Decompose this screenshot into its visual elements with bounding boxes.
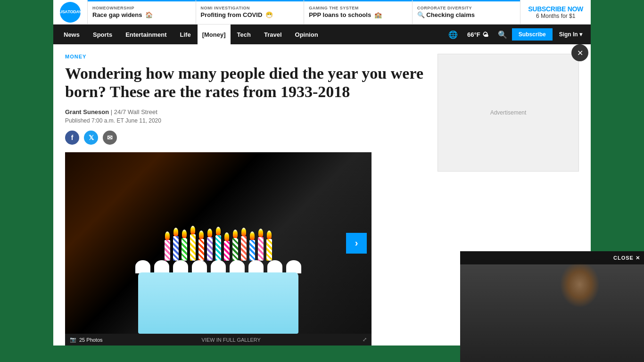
nav-bar: News Sports Entertainment Life Money Tec… (53, 25, 591, 44)
nav-item-life[interactable]: Life (173, 25, 198, 44)
expand-icon[interactable]: ⤢ (363, 337, 367, 343)
swirl-7 (248, 260, 264, 273)
candle-2 (173, 236, 179, 261)
main-column: MONEY Wondering how many people died the… (65, 54, 428, 346)
image-caption-bar: 📷 25 Photos VIEW IN FULL GALLERY ⤢ (65, 334, 372, 346)
promo-tag-homeownership: HOMEOWNERSHIP (92, 6, 191, 10)
flame-6 (207, 229, 212, 237)
twitter-share-button[interactable]: 𝕏 (84, 131, 98, 145)
candle-13 (266, 239, 272, 261)
subscribe-button[interactable]: Subscribe (512, 28, 553, 41)
nav-item-opinion[interactable]: Opinion (289, 25, 325, 44)
swirl-6 (230, 260, 245, 273)
close-ad-button[interactable]: ✕ (571, 44, 588, 61)
homeownership-emoji: 🏠 (145, 11, 153, 18)
accent-bar-diversity (413, 0, 520, 1)
candle-11 (249, 240, 255, 261)
nav-item-money[interactable]: Money (198, 25, 231, 44)
nav-right: 🌐 66°F 🌤 🔍 Subscribe Sign In ▾ (446, 28, 587, 41)
temperature: 66°F (467, 31, 480, 38)
candle-7 (215, 235, 221, 261)
article-image: › (65, 152, 372, 334)
nav-item-news[interactable]: News (57, 25, 86, 44)
video-thumbnail[interactable] (460, 251, 644, 346)
weather-display: 66°F 🌤 (462, 31, 493, 38)
ad-label: Advertisement (490, 109, 527, 116)
facebook-share-button[interactable]: f (65, 131, 79, 145)
search-icon[interactable]: 🔍 (495, 30, 510, 39)
nav-item-tech[interactable]: Tech (231, 25, 257, 44)
swirl-9 (286, 260, 301, 273)
logo-area[interactable]: USA TODAY (53, 0, 87, 24)
flame-3 (182, 230, 187, 238)
article-byline: Grant Suneson | 24/7 Wall Street (65, 108, 428, 115)
usa-today-logo: USA TODAY (60, 2, 81, 23)
nomi-emoji: 😷 (265, 11, 273, 18)
promo-item-homeownership[interactable]: HOMEOWNERSHIP Race gap widens 🏠 (88, 0, 196, 24)
author-name: Grant Suneson (65, 108, 109, 115)
nav-item-entertainment[interactable]: Entertainment (119, 25, 173, 44)
cake-body (138, 272, 298, 334)
swirl-5 (211, 260, 226, 273)
nav-items: News Sports Entertainment Life Money Tec… (57, 25, 446, 44)
swirl-1 (135, 260, 150, 273)
article-image-container: › 📷 25 Photos VIEW IN FULL GALLERY ⤢ (65, 152, 372, 346)
video-player-container: CLOSE ✕ (460, 251, 644, 346)
accent-bar (88, 0, 196, 1)
candle-12 (258, 237, 264, 261)
flame-5 (199, 230, 204, 239)
email-icon: ✉ (107, 134, 113, 141)
photo-count: 25 Photos (79, 337, 103, 343)
video-close-button[interactable]: CLOSE ✕ (613, 255, 640, 261)
photo-icon: 📷 (70, 337, 76, 343)
candle-9 (232, 238, 238, 261)
flame-12 (258, 229, 263, 237)
promo-subscribe-area[interactable]: SUBSCRIBE NOW 6 Months for $1 (520, 0, 591, 24)
promo-tag-gaming: GAMING THE SYSTEM (309, 6, 407, 10)
candle-3 (182, 238, 187, 261)
video-person-image (460, 251, 644, 346)
facebook-icon: f (71, 134, 74, 141)
social-share-bar: f 𝕏 ✉ (65, 131, 428, 145)
nav-item-sports[interactable]: Sports (86, 25, 119, 44)
promo-item-gaming[interactable]: GAMING THE SYSTEM PPP loans to schools 🏫 (304, 0, 413, 24)
accent-bar-nomi (196, 0, 304, 1)
promo-text-gaming: PPP loans to schools 🏫 (309, 11, 407, 19)
promo-item-nomi[interactable]: NOMI INVESTIGATION Profiting from COVID … (196, 0, 305, 24)
flame-11 (250, 231, 255, 240)
candle-6 (207, 237, 213, 261)
swirl-3 (173, 260, 188, 273)
advertisement-placeholder: Advertisement (438, 54, 579, 172)
globe-icon[interactable]: 🌐 (446, 30, 461, 39)
nav-item-travel[interactable]: Travel (257, 25, 289, 44)
gaming-emoji: 🏫 (374, 11, 382, 18)
flame-4 (190, 226, 195, 234)
subscribe-now-title: SUBSCRIBE NOW (528, 5, 583, 13)
article-title: Wondering how many people died the year … (65, 64, 428, 101)
twitter-icon: 𝕏 (89, 134, 94, 141)
email-share-button[interactable]: ✉ (103, 131, 117, 145)
signin-button[interactable]: Sign In ▾ (554, 31, 587, 38)
promo-text-nomi: Profiting from COVID 😷 (201, 11, 299, 19)
promo-item-diversity[interactable]: CORPORATE DIVERSITY 🔍 Checking claims (413, 0, 521, 24)
flame-1 (165, 231, 170, 240)
caption-left: 📷 25 Photos (70, 337, 103, 343)
candle-5 (198, 239, 204, 261)
candle-8 (224, 241, 230, 261)
subscribe-sub-text: 6 Months for $1 (536, 13, 575, 19)
chevron-down-icon: ▾ (579, 31, 582, 38)
promo-tag-nomi: NOMI INVESTIGATION (201, 6, 299, 10)
publish-date: Published 7:00 a.m. ET June 11, 2020 (65, 117, 428, 124)
next-image-button[interactable]: › (346, 233, 367, 254)
promo-text-homeownership: Race gap widens 🏠 (92, 11, 191, 19)
cake-frosting (133, 259, 303, 273)
candle-4 (190, 234, 196, 261)
promo-text-diversity: 🔍 Checking claims (417, 11, 516, 19)
swirl-8 (267, 260, 282, 273)
view-gallery-button[interactable]: VIEW IN FULL GALLERY (202, 337, 261, 343)
ad-and-close: ✕ Advertisement (438, 54, 579, 172)
flame-7 (216, 227, 221, 235)
section-label[interactable]: MONEY (65, 54, 428, 59)
flame-8 (224, 232, 229, 241)
flame-2 (173, 228, 178, 236)
